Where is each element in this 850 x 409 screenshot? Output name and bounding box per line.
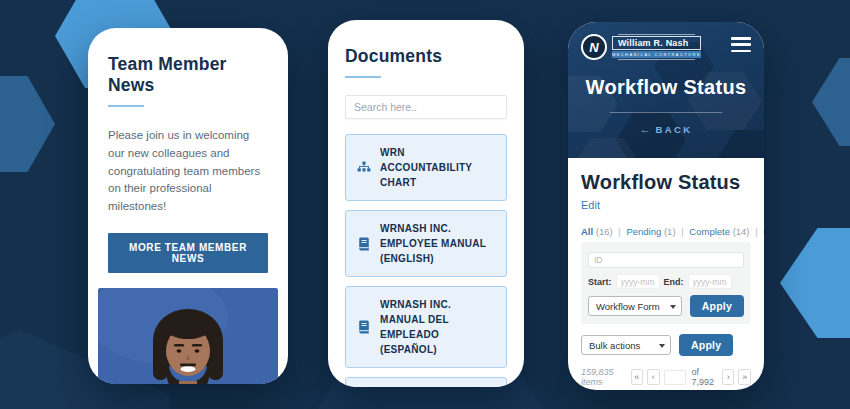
brand-bottom-rule (618, 59, 695, 60)
book-icon (357, 320, 371, 334)
document-item-manual-espanol[interactable]: WRNASH INC. MANUAL DEL EMPLEADO (ESPAÑOL… (345, 286, 507, 368)
news-body-text: Please join us in welcoming our new coll… (108, 127, 268, 216)
id-input[interactable] (588, 252, 744, 268)
bulk-actions-select[interactable]: Bulk actions (581, 335, 671, 355)
hexagon-decoration (780, 228, 850, 338)
filter-separator: | (618, 226, 620, 237)
documents-search-input[interactable] (345, 95, 507, 119)
brand-name: William R. Nash (612, 36, 701, 50)
next-page-button[interactable]: › (722, 369, 735, 385)
total-pages-text: of 7,992 (692, 367, 716, 387)
hexagon-decoration (812, 58, 850, 146)
documents-title: Documents (345, 46, 507, 67)
items-count-text: 159,835 items (581, 367, 623, 387)
current-page-input[interactable] (664, 370, 686, 385)
start-label: Start: (588, 277, 612, 287)
more-team-member-news-button[interactable]: MORE TEAM MEMBER NEWS (108, 233, 268, 273)
status-filters: All (16) | Pending (1) | Complete (14) |… (581, 226, 751, 237)
filter-pending[interactable]: Pending (626, 226, 661, 237)
end-label: End: (664, 277, 684, 287)
brand-tagline: MECHANICAL CONTRACTORS (612, 51, 701, 58)
documents-phone-card: Documents WRN ACCOUNTABILITY CHART WRNAS… (328, 20, 524, 387)
apply-filter-button[interactable]: Apply (690, 295, 744, 317)
filter-pending-count: (1) (664, 226, 676, 237)
title-underline (345, 76, 381, 78)
back-button[interactable]: ←BACK (568, 123, 764, 135)
brand-top-rule (618, 34, 695, 35)
news-title: Team Member News (108, 54, 268, 96)
menu-icon[interactable] (731, 37, 751, 52)
news-phone-card: Team Member News Please join us in welco… (88, 28, 288, 384)
brand-logo: N William R. Nash MECHANICAL CONTRACTORS (581, 33, 701, 61)
filter-complete[interactable]: Complete (689, 226, 730, 237)
filter-all[interactable]: All (581, 226, 593, 237)
header-divider (610, 112, 722, 113)
brand-n-icon: N (581, 34, 607, 60)
bulk-apply-button[interactable]: Apply (679, 334, 733, 356)
document-item-referral-program[interactable]: EMPLOYEE REFERRAL PROGRAM (ENGLISH) (345, 377, 507, 387)
page-background: Team Member News Please join us in welco… (0, 0, 850, 409)
first-page-button[interactable]: « (631, 369, 644, 385)
edit-link[interactable]: Edit (581, 199, 600, 211)
document-item-label: WRN ACCOUNTABILITY CHART (380, 145, 495, 190)
filter-all-count: (16) (596, 226, 613, 237)
back-label: BACK (655, 124, 692, 135)
team-member-photo (98, 288, 278, 384)
header-page-title: Workflow Status (568, 76, 764, 99)
workflow-header: N William R. Nash MECHANICAL CONTRACTORS… (568, 22, 764, 158)
workflow-phone-card: N William R. Nash MECHANICAL CONTRACTORS… (568, 22, 764, 390)
org-chart-icon (357, 161, 371, 175)
filter-complete-count: (14) (733, 226, 750, 237)
last-page-button[interactable]: » (738, 369, 751, 385)
filter-separator: | (755, 226, 757, 237)
back-arrow-icon: ← (639, 123, 650, 135)
filter-cancelled[interactable]: Cancelled (763, 226, 764, 237)
workflow-form-select[interactable]: Workflow Form (588, 296, 682, 316)
documents-list: WRN ACCOUNTABILITY CHART WRNASH INC. EMP… (345, 134, 507, 387)
book-icon (357, 237, 371, 251)
hexagon-decoration (0, 76, 55, 172)
document-item-employee-manual-english[interactable]: WRNASH INC. EMPLOYEE MANUAL (ENGLISH) (345, 210, 507, 277)
document-item-label: WRNASH INC. EMPLOYEE MANUAL (ENGLISH) (380, 221, 495, 266)
document-item-label: WRNASH INC. MANUAL DEL EMPLEADO (ESPAÑOL… (380, 297, 495, 357)
filter-separator: | (681, 226, 683, 237)
page-title: Workflow Status (581, 171, 751, 194)
prev-page-button[interactable]: ‹ (647, 369, 660, 385)
filter-form-panel: Start: End: Workflow Form Apply (581, 242, 751, 324)
end-date-input[interactable] (688, 274, 732, 289)
document-item-accountability-chart[interactable]: WRN ACCOUNTABILITY CHART (345, 134, 507, 201)
pagination: 159,835 items « ‹ of 7,992 › » (581, 367, 751, 387)
title-underline (108, 105, 144, 107)
start-date-input[interactable] (616, 274, 660, 289)
